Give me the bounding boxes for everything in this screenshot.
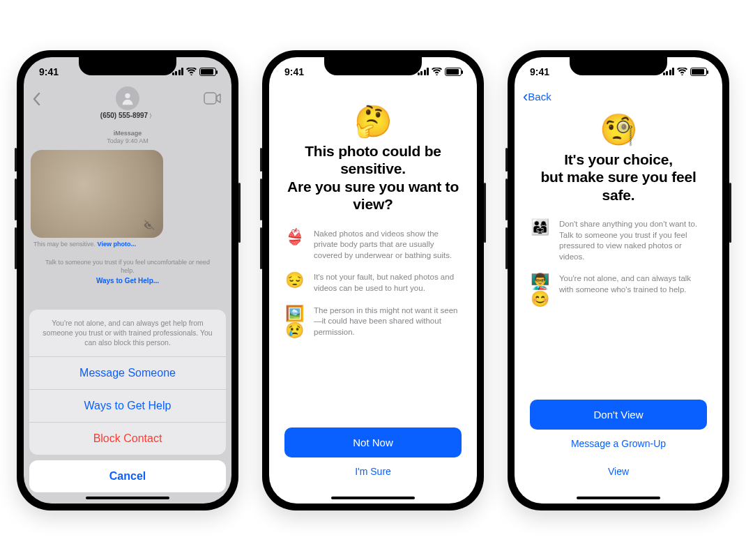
wifi-icon — [186, 67, 197, 77]
dont-view-button[interactable]: Don't View — [530, 400, 707, 430]
power-button — [729, 183, 731, 243]
facetime-icon[interactable] — [204, 92, 222, 107]
wifi-icon — [677, 67, 687, 77]
status-indicators — [418, 67, 462, 77]
warning-bullet-list: 👙 Naked photos and videos show the priva… — [284, 229, 462, 427]
picture-frame-icon: 🖼️😢 — [284, 305, 304, 339]
ways-to-get-help-link[interactable]: Ways to Get Help... — [31, 277, 224, 285]
notch — [324, 57, 422, 75]
volume-down-button — [15, 227, 17, 269]
volume-up-button — [260, 179, 262, 220]
volume-ring-button — [260, 148, 262, 172]
volume-down-button — [260, 227, 262, 269]
warning-headline: This photo could be sensitive. Are you s… — [284, 142, 462, 213]
bikini-icon: 👙 — [284, 229, 304, 245]
timestamp-label: Today 9:40 AM — [107, 137, 149, 144]
bullet-text: You're not alone, and can always talk wi… — [559, 273, 707, 295]
blurred-sensitive-image[interactable] — [31, 150, 163, 238]
view-photo-link[interactable]: View photo... — [98, 241, 136, 248]
contact-avatar-icon[interactable] — [116, 86, 139, 110]
volume-up-button — [505, 179, 508, 220]
contact-number-text: (650) 555-8997 — [100, 112, 148, 119]
bullet-text: Naked photos and videos show the private… — [314, 229, 462, 262]
action-sheet: You're not alone, and can always get hel… — [29, 310, 226, 492]
contact-details-chevron-icon: 〉 — [149, 113, 155, 119]
thinking-face-icon: 🤔 — [284, 103, 462, 139]
warning-bullet-list: 👨‍👩‍👧 Don't share anything you don't wan… — [530, 219, 707, 399]
monocle-face-icon: 🧐 — [530, 112, 707, 148]
service-label: iMessage — [114, 130, 142, 137]
thread-timestamp: iMessage Today 9:40 AM — [31, 130, 224, 146]
notch — [570, 57, 667, 75]
action-sheet-message: You're not alone, and can always get hel… — [29, 310, 226, 357]
caption-prefix: This may be sensitive. — [33, 241, 96, 248]
status-time: 9:41 — [284, 66, 304, 77]
bullet-item: 🖼️😢 The person in this might not want it… — [284, 305, 462, 339]
contact-number[interactable]: (650) 555-8997〉 — [24, 112, 231, 120]
sad-face-icon: 😔 — [284, 272, 304, 289]
battery-icon — [445, 68, 462, 76]
hidden-eye-icon — [142, 218, 156, 232]
bullet-item: 👨‍🏫😊 You're not alone, and can always ta… — [530, 273, 707, 307]
home-indicator[interactable] — [86, 497, 169, 499]
ways-to-get-help-button[interactable]: Ways to Get Help — [29, 390, 226, 423]
button-stack: Don't View Message a Grown-Up View — [530, 400, 707, 504]
power-button — [484, 183, 486, 243]
warning-content: 🧐 It's your choice, but make sure you fe… — [515, 57, 722, 504]
wifi-icon — [432, 67, 442, 77]
phone-mockup-2: 9:41 🤔 This photo could be sensitive. Ar… — [262, 50, 484, 510]
warning-content: 🤔 This photo could be sensitive. Are you… — [269, 57, 477, 504]
bullet-item: 👨‍👩‍👧 Don't share anything you don't wan… — [530, 219, 707, 262]
back-chevron-icon[interactable] — [32, 92, 40, 110]
status-time: 9:41 — [39, 66, 59, 77]
battery-icon — [199, 68, 216, 76]
battery-icon — [690, 68, 707, 76]
status-time: 9:41 — [530, 66, 549, 77]
block-contact-button[interactable]: Block Contact — [29, 423, 226, 455]
warning-headline: It's your choice, but make sure you feel… — [530, 151, 707, 204]
status-indicators — [172, 67, 217, 77]
volume-down-button — [505, 227, 508, 269]
back-button[interactable]: ‹ Back — [523, 89, 551, 105]
chevron-left-icon: ‹ — [523, 89, 528, 105]
phone-mockup-3: 9:41 ‹ Back 🧐 It's your choice, but make… — [508, 50, 729, 510]
view-button[interactable]: View — [530, 457, 707, 485]
screen-warning-1: 9:41 🤔 This photo could be sensitive. Ar… — [269, 57, 477, 504]
cancel-button[interactable]: Cancel — [29, 460, 226, 492]
bullet-text: Don't share anything you don't want to. … — [559, 219, 707, 262]
phone-mockup-1: 9:41 (650) 555-8997〉 — [17, 50, 238, 510]
volume-ring-button — [505, 148, 508, 172]
bullet-text: It's not your fault, but naked photos an… — [314, 272, 462, 294]
home-indicator[interactable] — [577, 497, 660, 499]
message-thread: iMessage Today 9:40 AM This may be sensi… — [24, 126, 231, 285]
svg-rect-0 — [204, 93, 216, 104]
status-indicators — [663, 67, 708, 77]
bullet-item: 👙 Naked photos and videos show the priva… — [284, 229, 462, 262]
power-button — [238, 183, 241, 243]
sensitive-caption: This may be sensitive. View photo... — [33, 241, 224, 248]
screen-messages: 9:41 (650) 555-8997〉 — [24, 57, 231, 504]
volume-ring-button — [15, 148, 17, 172]
notch — [79, 57, 176, 75]
back-label: Back — [528, 91, 551, 103]
help-message: Talk to someone you trust if you feel un… — [31, 259, 224, 275]
volume-up-button — [15, 179, 17, 220]
message-someone-button[interactable]: Message Someone — [29, 357, 226, 390]
screen-warning-2: 9:41 ‹ Back 🧐 It's your choice, but make… — [515, 57, 722, 504]
message-grownup-button[interactable]: Message a Grown-Up — [530, 430, 707, 457]
home-indicator[interactable] — [331, 497, 415, 499]
svg-point-2 — [148, 224, 151, 227]
teacher-icon: 👨‍🏫😊 — [530, 273, 549, 307]
im-sure-button[interactable]: I'm Sure — [284, 457, 462, 485]
button-stack: Not Now I'm Sure — [284, 427, 462, 504]
not-now-button[interactable]: Not Now — [284, 427, 462, 457]
family-icon: 👨‍👩‍👧 — [530, 219, 549, 236]
bullet-text: The person in this might not want it see… — [314, 305, 462, 338]
svg-point-1 — [125, 93, 130, 98]
bullet-item: 😔 It's not your fault, but naked photos … — [284, 272, 462, 294]
